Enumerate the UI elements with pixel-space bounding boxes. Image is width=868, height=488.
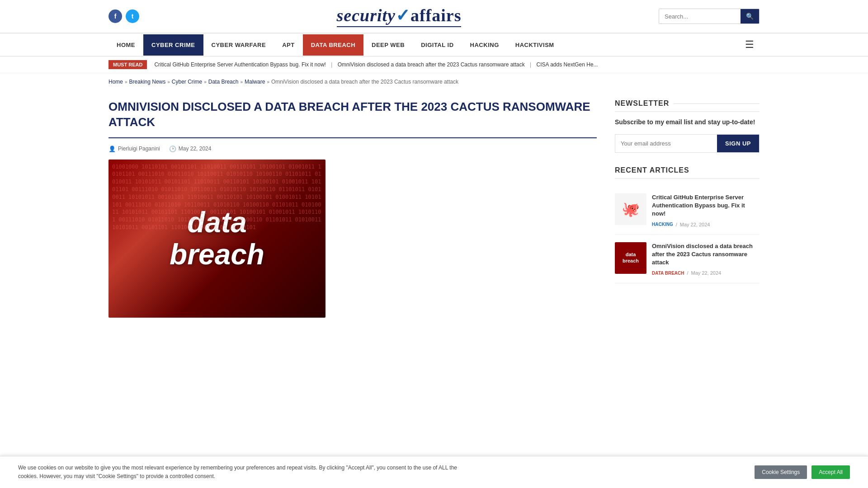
social-icons: f t — [108, 9, 139, 23]
logo-text: security✓affairs — [337, 5, 462, 25]
recent-thumb-1: 🐙 — [615, 193, 646, 225]
recent-date-1: May 22, 2024 — [680, 222, 710, 227]
ticker-text: Critical GitHub Enterprise Server Authen… — [154, 61, 598, 68]
recent-meta-1: HACKING / May 22, 2024 — [652, 222, 760, 227]
facebook-icon[interactable]: f — [108, 9, 122, 23]
email-form: SIGN UP — [615, 134, 760, 153]
nav-digital-id[interactable]: DIGITAL ID — [413, 34, 462, 56]
date-icon: 🕑 — [169, 145, 176, 152]
search-box: 🔍 — [659, 9, 760, 24]
date-text: May 22, 2024 — [179, 145, 212, 152]
recent-articles-title: RECENT ARTICLES — [615, 166, 760, 179]
nav-hacking[interactable]: HACKING — [462, 34, 507, 56]
recent-article-2: databreach OmniVision disclosed a data b… — [615, 235, 760, 284]
article-section: OMNIVISION DISCLOSED A DATA BREACH AFTER… — [108, 99, 597, 318]
hamburger-menu[interactable]: ☰ — [740, 33, 760, 56]
nav-data-breach[interactable]: DATA BREACH — [303, 34, 363, 56]
breadcrumb-malware[interactable]: Malware — [245, 79, 265, 85]
top-bar: f t security✓affairs 🔍 — [0, 0, 868, 33]
author-icon: 👤 — [108, 145, 116, 152]
image-text: data breach — [170, 206, 264, 270]
must-read-badge: MUST READ — [108, 60, 147, 69]
breadcrumb-home[interactable]: Home — [108, 79, 123, 85]
article-image: 01001000 10110101 00101101 11010011 0011… — [108, 160, 326, 318]
newsletter-section: NEWSLETTER Subscribe to my email list an… — [615, 99, 760, 153]
main-layout: OMNIVISION DISCLOSED A DATA BREACH AFTER… — [0, 90, 868, 336]
recent-meta-2: DATA BREACH / May 22, 2024 — [652, 270, 760, 276]
search-input[interactable] — [659, 9, 741, 23]
newsletter-title: NEWSLETTER — [615, 99, 760, 112]
nav-hacktivism[interactable]: HACKTIVISM — [507, 34, 562, 56]
recent-title-1[interactable]: Critical GitHub Enterprise Server Authen… — [652, 193, 760, 218]
recent-articles-section: RECENT ARTICLES 🐙 Critical GitHub Enterp… — [615, 166, 760, 283]
recent-thumb-2: databreach — [615, 242, 646, 274]
breadcrumb-current: OmniVision disclosed a data breach after… — [271, 79, 458, 85]
article-author: 👤 Pierluigi Paganini — [108, 145, 160, 152]
newsletter-desc: Subscribe to my email list and stay up-t… — [615, 117, 760, 127]
recent-title-2[interactable]: OmniVision disclosed a data breach after… — [652, 242, 760, 267]
recent-article-1: 🐙 Critical GitHub Enterprise Server Auth… — [615, 186, 760, 235]
nav-home[interactable]: HOME — [108, 34, 143, 56]
breadcrumb-breaking-news[interactable]: Breaking News — [129, 79, 166, 85]
breadcrumb: Home » Breaking News » Cyber Crime » Dat… — [0, 73, 868, 90]
ticker-bar: MUST READ Critical GitHub Enterprise Ser… — [0, 56, 868, 73]
article-divider — [108, 137, 597, 138]
nav-cyber-crime[interactable]: CYBER CRIME — [143, 34, 203, 56]
site-logo[interactable]: security✓affairs — [337, 5, 462, 27]
article-meta: 👤 Pierluigi Paganini 🕑 May 22, 2024 — [108, 145, 597, 152]
nav-cyber-warfare[interactable]: CYBER WARFARE — [203, 34, 274, 56]
recent-date-2: May 22, 2024 — [691, 270, 722, 276]
recent-tag-1: HACKING — [652, 222, 673, 227]
signup-button[interactable]: SIGN UP — [717, 135, 759, 152]
email-input[interactable] — [615, 135, 717, 152]
search-button[interactable]: 🔍 — [741, 9, 759, 23]
sidebar: NEWSLETTER Subscribe to my email list an… — [615, 99, 760, 318]
nav-deep-web[interactable]: DEEP WEB — [363, 34, 413, 56]
nav-apt[interactable]: APT — [274, 34, 303, 56]
recent-content-2: OmniVision disclosed a data breach after… — [652, 242, 760, 276]
breadcrumb-data-breach[interactable]: Data Breach — [208, 79, 239, 85]
article-title: OMNIVISION DISCLOSED A DATA BREACH AFTER… — [108, 99, 597, 130]
recent-tag-2: DATA BREACH — [652, 271, 684, 276]
breadcrumb-cyber-crime[interactable]: Cyber Crime — [172, 79, 202, 85]
article-date: 🕑 May 22, 2024 — [169, 145, 212, 152]
nav-bar: HOME CYBER CRIME CYBER WARFARE APT DATA … — [0, 33, 868, 56]
author-name: Pierluigi Paganini — [118, 145, 160, 152]
recent-content-1: Critical GitHub Enterprise Server Authen… — [652, 193, 760, 227]
twitter-icon[interactable]: t — [126, 9, 139, 23]
